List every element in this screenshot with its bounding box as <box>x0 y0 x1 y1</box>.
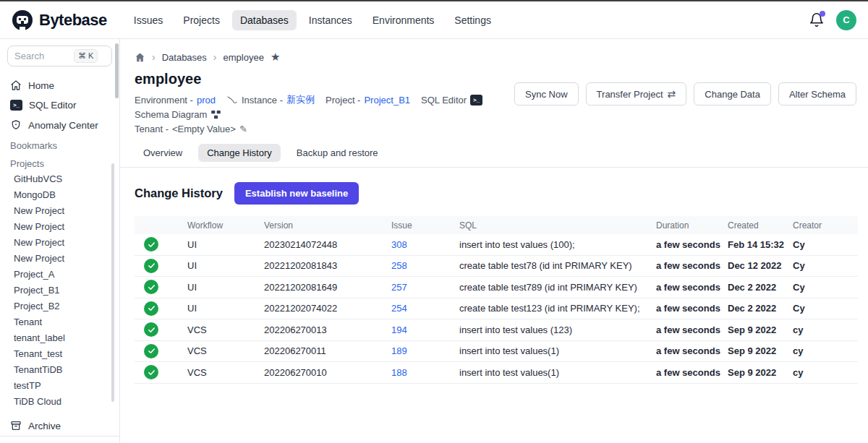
success-check-icon <box>144 344 158 358</box>
sql-editor-shortcut[interactable]: SQL Editor >_ <box>421 95 482 106</box>
sidebar-project-item[interactable]: New Project <box>0 251 119 267</box>
sidebar-project-item[interactable]: Project_A <box>0 267 119 283</box>
success-check-icon <box>144 301 158 316</box>
sidebar-project-item[interactable]: New Project <box>0 203 119 219</box>
instance-link[interactable]: 新实例 <box>286 93 315 106</box>
duration-cell: a few seconds <box>656 303 728 314</box>
sidebar-item-archive[interactable]: Archive <box>0 416 119 436</box>
alter-schema-button[interactable]: Alter Schema <box>778 82 856 106</box>
created-cell: Sep 9 2022 <box>728 345 793 356</box>
sidebar-item-sql-editor[interactable]: >_ SQL Editor <box>0 95 119 115</box>
created-cell: Dec 2 2022 <box>728 282 793 293</box>
table-row[interactable]: VCS 202206270011 189 insert into test va… <box>135 341 858 363</box>
table-row[interactable]: UI 20221202081649 257 create table test7… <box>135 277 858 298</box>
notification-bell-icon[interactable] <box>809 12 825 28</box>
environment-link[interactable]: prod <box>197 95 216 106</box>
terminal-icon: >_ <box>10 100 22 111</box>
duration-cell: a few seconds <box>656 239 728 250</box>
bookmark-star-icon[interactable]: ★ <box>271 51 280 64</box>
table-row[interactable]: VCS 202206270013 194 insert into test va… <box>135 319 858 341</box>
col-issue: Issue <box>391 220 459 231</box>
establish-baseline-button[interactable]: Establish new baseline <box>234 182 359 205</box>
col-duration: Duration <box>656 220 728 231</box>
col-sql: SQL <box>459 220 656 231</box>
sidebar-item-anomaly-center[interactable]: Anomaly Center <box>0 115 119 135</box>
table-row[interactable]: UI 20221202081843 258 create table test7… <box>135 256 858 278</box>
issue-link[interactable]: 188 <box>391 367 407 378</box>
workflow-cell: UI <box>187 260 264 271</box>
nav-databases[interactable]: Databases <box>232 10 297 30</box>
nav-instances[interactable]: Instances <box>301 10 360 30</box>
sidebar-project-item[interactable]: Tenant <box>0 314 119 330</box>
sidebar-project-item[interactable]: TenantTiDB <box>0 362 119 378</box>
nav-projects[interactable]: Projects <box>175 10 228 30</box>
created-cell: Sep 9 2022 <box>728 367 793 378</box>
creator-cell: Cy <box>793 303 858 314</box>
sidebar-project-item[interactable]: Project_B2 <box>0 298 119 314</box>
sql-cell: insert into test values (100); <box>459 239 656 250</box>
col-version: Version <box>264 220 391 231</box>
breadcrumb-employee[interactable]: employee <box>224 52 264 63</box>
project-link[interactable]: Project_B1 <box>364 95 410 106</box>
nav-environments[interactable]: Environments <box>365 10 443 30</box>
nav-issues[interactable]: Issues <box>126 10 171 30</box>
table-header: Workflow Version Issue SQL Duration Crea… <box>135 216 858 234</box>
sql-cell: create table test78 (id int PRIMARY KEY) <box>459 260 656 271</box>
issue-link[interactable]: 308 <box>391 239 407 250</box>
created-cell: Dec 2 2022 <box>728 303 793 314</box>
sidebar-project-item[interactable]: Project_B1 <box>0 283 119 298</box>
page-title: employee <box>135 71 514 87</box>
tab-backup-restore[interactable]: Backup and restore <box>288 144 387 162</box>
sidebar-project-item[interactable]: New Project <box>0 235 119 251</box>
schema-diagram-shortcut[interactable]: Schema Diagram <box>135 109 221 120</box>
edit-pencil-icon[interactable]: ✎ <box>239 124 247 134</box>
sidebar-project-item[interactable]: New Project <box>0 219 119 235</box>
issue-link[interactable]: 194 <box>391 324 407 335</box>
sidebar-item-home[interactable]: Home <box>0 75 119 95</box>
issue-link[interactable]: 258 <box>391 260 407 271</box>
workflow-cell: UI <box>187 303 264 314</box>
top-navbar: Bytebase Issues Projects Databases Insta… <box>0 1 868 39</box>
issue-link[interactable]: 257 <box>391 282 407 293</box>
search-box[interactable]: ⌘ K <box>7 46 112 66</box>
version-cell: 20221202081843 <box>264 260 391 271</box>
success-check-icon <box>144 259 158 273</box>
creator-cell: cy <box>793 345 858 356</box>
creator-cell: cy <box>793 367 858 378</box>
issue-link[interactable]: 254 <box>391 303 407 314</box>
shield-icon <box>10 119 22 131</box>
table-row[interactable]: VCS 202206270010 188 insert into test va… <box>135 362 858 384</box>
duration-cell: a few seconds <box>656 282 728 293</box>
tab-overview[interactable]: Overview <box>135 144 191 162</box>
sidebar-project-item[interactable]: TiDB Cloud <box>0 394 119 410</box>
sidebar-project-item[interactable]: GitHubVCS <box>0 171 119 187</box>
sidebar-project-item[interactable]: tenant_label <box>0 330 119 346</box>
home-breadcrumb-icon[interactable] <box>135 52 145 63</box>
col-creator: Creator <box>793 220 858 231</box>
instance-engine-icon <box>226 95 238 105</box>
table-row[interactable]: UI 20221202074022 254 create table test1… <box>135 298 858 320</box>
user-avatar[interactable]: C <box>836 10 856 30</box>
breadcrumb-databases[interactable]: Databases <box>162 52 207 63</box>
search-input[interactable] <box>14 51 71 61</box>
table-row[interactable]: UI 20230214072448 308 insert into test v… <box>135 234 858 256</box>
table-body: UI 20230214072448 308 insert into test v… <box>135 234 858 384</box>
sidebar-project-item[interactable]: testTP <box>0 378 119 394</box>
tab-change-history[interactable]: Change History <box>198 144 281 162</box>
transfer-project-button[interactable]: Transfer Project ⇄ <box>586 82 687 106</box>
sql-cell: insert into test values(1) <box>459 367 656 378</box>
change-data-button[interactable]: Change Data <box>694 82 771 106</box>
projects-list: GitHubVCSMongoDBNew ProjectNew ProjectNe… <box>0 171 119 410</box>
sidebar-project-item[interactable]: MongoDB <box>0 187 119 203</box>
projects-scrollbar[interactable] <box>111 163 114 402</box>
duration-cell: a few seconds <box>656 260 728 271</box>
sidebar-scrollbar[interactable] <box>115 43 119 98</box>
breadcrumb: › Databases › employee ★ <box>120 39 868 64</box>
change-history-table: Workflow Version Issue SQL Duration Crea… <box>135 216 858 384</box>
bytebase-logo[interactable]: Bytebase <box>12 9 107 31</box>
sidebar-project-item[interactable]: Tenant_test <box>0 346 119 362</box>
change-history-heading: Change History <box>135 186 223 200</box>
nav-settings[interactable]: Settings <box>446 10 499 30</box>
issue-link[interactable]: 189 <box>391 345 407 356</box>
sync-now-button[interactable]: Sync Now <box>514 82 579 106</box>
